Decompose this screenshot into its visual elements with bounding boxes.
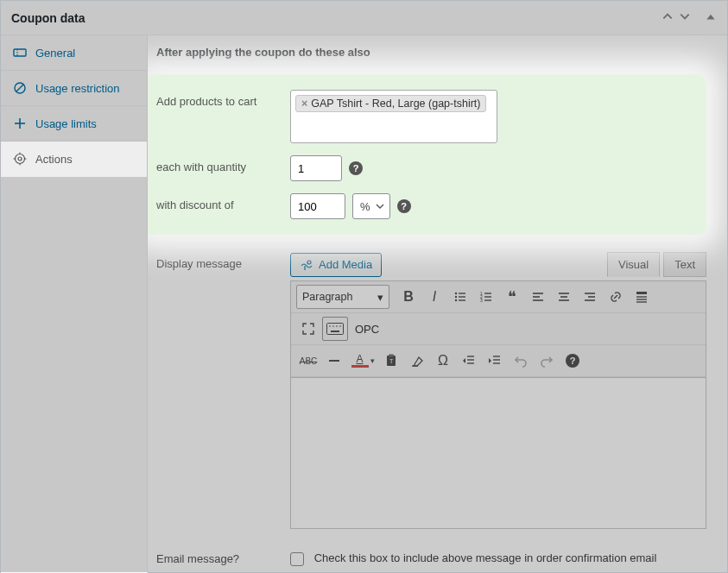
panel-body: General Usage restriction Usage limits bbox=[1, 35, 727, 573]
editor-mode-tabs: Visual Text bbox=[607, 252, 706, 277]
product-tag-label: GAP Tshirt - Red, Large (gap-tshirt) bbox=[311, 98, 480, 110]
tab-label: Actions bbox=[35, 153, 73, 166]
panel-header-controls bbox=[662, 10, 717, 25]
email-checkbox-label: Check this box to include above message … bbox=[314, 551, 657, 564]
row-discount: with discount of % ? bbox=[156, 193, 693, 219]
toolbar-row-2: OPC bbox=[291, 313, 706, 345]
svg-line-3 bbox=[16, 85, 23, 91]
tab-content-actions: After applying the coupon do these also … bbox=[148, 35, 727, 573]
panel-move-up-icon[interactable] bbox=[662, 10, 674, 25]
paste-text-icon[interactable]: T bbox=[379, 349, 403, 373]
undo-icon[interactable] bbox=[509, 349, 533, 373]
tab-label: General bbox=[35, 47, 75, 60]
svg-rect-0 bbox=[14, 49, 26, 56]
svg-point-41 bbox=[332, 325, 334, 327]
svg-point-42 bbox=[336, 325, 338, 327]
panel-header: Coupon data bbox=[1, 1, 727, 35]
editor-content-area[interactable] bbox=[290, 377, 706, 529]
keyboard-icon[interactable] bbox=[322, 317, 348, 341]
indent-icon[interactable] bbox=[483, 349, 507, 373]
help-icon[interactable]: ? bbox=[349, 161, 363, 175]
row-add-products: Add products to cart × GAP Tshirt - Red,… bbox=[156, 90, 693, 143]
add-media-label: Add Media bbox=[319, 258, 372, 271]
quantity-input[interactable] bbox=[290, 155, 342, 181]
editor-tab-visual[interactable]: Visual bbox=[607, 252, 660, 277]
gear-icon bbox=[13, 152, 27, 166]
products-multiselect[interactable]: × GAP Tshirt - Red, Large (gap-tshirt) bbox=[290, 90, 497, 143]
tab-general[interactable]: General bbox=[1, 35, 147, 71]
svg-point-7 bbox=[18, 157, 22, 161]
media-icon bbox=[300, 258, 313, 272]
svg-point-14 bbox=[455, 293, 457, 294]
svg-rect-47 bbox=[389, 355, 394, 357]
svg-point-16 bbox=[455, 299, 457, 301]
svg-rect-39 bbox=[327, 324, 344, 335]
row-email-message: Email message? Check this box to include… bbox=[156, 551, 706, 566]
tab-label: Usage restriction bbox=[35, 82, 120, 95]
special-char-icon[interactable]: Ω bbox=[431, 349, 455, 373]
panel-move-down-icon[interactable] bbox=[679, 10, 691, 25]
svg-point-6 bbox=[16, 154, 25, 164]
remove-tag-icon[interactable]: × bbox=[301, 98, 307, 110]
tab-label: Usage limits bbox=[35, 117, 97, 130]
panel-collapse-icon[interactable] bbox=[705, 10, 717, 25]
fullscreen-icon[interactable] bbox=[296, 317, 320, 341]
svg-rect-35 bbox=[636, 292, 647, 294]
italic-icon[interactable]: I bbox=[422, 285, 446, 309]
ban-icon bbox=[13, 81, 27, 95]
svg-point-40 bbox=[329, 325, 331, 327]
email-checkbox[interactable] bbox=[290, 552, 304, 566]
svg-text:3: 3 bbox=[480, 298, 483, 303]
paragraph-select[interactable]: Paragraph ▾ bbox=[296, 285, 389, 309]
align-right-icon[interactable] bbox=[578, 285, 602, 309]
label-email-message: Email message? bbox=[156, 552, 290, 565]
tab-usage-restriction[interactable]: Usage restriction bbox=[1, 71, 147, 106]
highlighted-settings: Add products to cart × GAP Tshirt - Red,… bbox=[148, 74, 706, 235]
caret-down-icon: ▾ bbox=[377, 291, 383, 304]
svg-point-15 bbox=[455, 296, 457, 298]
toolbar-toggle-icon[interactable] bbox=[630, 285, 654, 309]
bold-icon[interactable]: B bbox=[396, 285, 421, 309]
link-icon[interactable] bbox=[604, 285, 628, 309]
opc-button[interactable]: OPC bbox=[350, 323, 384, 336]
text-color-icon[interactable]: A▾ bbox=[348, 349, 377, 373]
svg-point-12 bbox=[307, 261, 311, 264]
toolbar-row-1: Paragraph ▾ B I 123 ❝ bbox=[291, 281, 706, 313]
panel-title: Coupon data bbox=[11, 11, 85, 25]
svg-text:T: T bbox=[389, 358, 394, 364]
editor-tab-text[interactable]: Text bbox=[663, 252, 706, 277]
discount-input[interactable] bbox=[290, 193, 345, 219]
chevron-down-icon bbox=[376, 202, 384, 211]
numbered-list-icon[interactable]: 123 bbox=[474, 285, 498, 309]
add-media-button[interactable]: Add Media bbox=[290, 253, 382, 277]
discount-unit-value: % bbox=[360, 200, 370, 213]
section-heading: After applying the coupon do these also bbox=[156, 46, 706, 59]
outdent-icon[interactable] bbox=[457, 349, 481, 373]
help-icon[interactable]: ? bbox=[397, 199, 411, 213]
align-left-icon[interactable] bbox=[526, 285, 550, 309]
label-discount: with discount of bbox=[156, 193, 290, 211]
horizontal-rule-icon[interactable] bbox=[322, 349, 346, 373]
tab-usage-limits[interactable]: Usage limits bbox=[1, 106, 147, 142]
plus-icon bbox=[13, 116, 27, 130]
product-tag: × GAP Tshirt - Red, Large (gap-tshirt) bbox=[295, 95, 486, 112]
coupon-data-panel: Coupon data General bbox=[0, 0, 728, 573]
blockquote-icon[interactable]: ❝ bbox=[500, 285, 524, 309]
redo-icon[interactable] bbox=[535, 349, 559, 373]
label-quantity: each with quantity bbox=[156, 155, 290, 173]
row-quantity: each with quantity ? bbox=[156, 155, 693, 181]
editor-toolbars: Paragraph ▾ B I 123 ❝ bbox=[290, 280, 706, 377]
editor-top-row: Add Media Visual Text bbox=[290, 252, 706, 277]
strikethrough-icon[interactable]: ABC bbox=[296, 349, 320, 373]
paragraph-select-label: Paragraph bbox=[302, 291, 352, 303]
clear-formatting-icon[interactable] bbox=[405, 349, 429, 373]
settings-tabs: General Usage restriction Usage limits bbox=[1, 35, 148, 573]
editor-help-icon[interactable]: ? bbox=[560, 349, 585, 373]
discount-unit-select[interactable]: % bbox=[352, 193, 390, 219]
tab-actions[interactable]: Actions bbox=[1, 142, 147, 177]
ticket-icon bbox=[13, 46, 27, 60]
align-center-icon[interactable] bbox=[552, 285, 576, 309]
label-add-products: Add products to cart bbox=[156, 90, 290, 108]
bullet-list-icon[interactable] bbox=[448, 285, 472, 309]
row-display-message: Display message Add Media Visual Text bbox=[156, 252, 706, 529]
